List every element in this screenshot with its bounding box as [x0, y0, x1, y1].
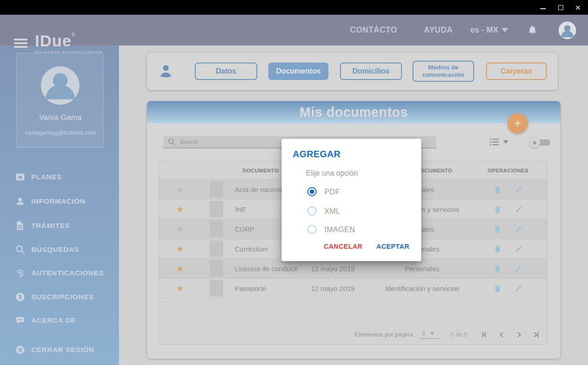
- table-row: Pasaporte 12 mayo 2019 Identificación y …: [159, 279, 547, 298]
- sidebar-item-busquedas[interactable]: BÚSQUEDAS: [15, 244, 79, 256]
- sidebar-item-label: BÚSQUEDAS: [31, 245, 79, 254]
- previous-page-icon[interactable]: [498, 331, 506, 339]
- sidebar-item-autenticaciones[interactable]: AUTENTICACIONES: [15, 267, 104, 279]
- delete-icon[interactable]: [493, 284, 502, 293]
- items-per-page-select[interactable]: 6: [419, 330, 440, 339]
- registered-mark: ®: [72, 32, 75, 37]
- option-pdf[interactable]: PDF: [307, 187, 340, 196]
- cancel-button[interactable]: CANCELAR: [324, 243, 363, 250]
- column-header-operaciones: OPERACIONES: [469, 168, 547, 173]
- sidebar-item-tramites[interactable]: TRÁMITES: [15, 220, 70, 232]
- sidebar-item-label: SUSCRIPCIONES: [31, 293, 94, 301]
- star-icon[interactable]: [159, 283, 201, 294]
- document-type: Personales: [375, 265, 469, 273]
- option-imagen[interactable]: IMAGEN: [307, 225, 355, 234]
- user-avatar[interactable]: [559, 22, 576, 39]
- hamburger-menu-icon[interactable]: [14, 39, 28, 50]
- nav-contacto[interactable]: CONTÁCTO: [350, 25, 397, 35]
- sidebar-item-planes[interactable]: PLANES: [15, 171, 62, 183]
- search-icon: [15, 245, 25, 255]
- edit-icon[interactable]: [514, 185, 523, 194]
- edit-icon[interactable]: [514, 205, 523, 214]
- delete-icon[interactable]: [493, 185, 502, 194]
- tab-carpetas[interactable]: Carpetas: [486, 63, 547, 80]
- app-window: ✕ IDue® DILIGENCE AUTHENTICATION CONTÁCT…: [0, 0, 588, 365]
- edit-icon[interactable]: [514, 284, 523, 293]
- profile-card: Vania Gama vaniagamag@hotmail.com: [17, 53, 103, 148]
- last-page-icon[interactable]: [532, 331, 541, 339]
- document-thumbnail: [209, 240, 223, 257]
- sidebar-item-informacion[interactable]: INFORMACIÓN: [15, 195, 85, 207]
- tab-medios-de-comunicacion[interactable]: Medios de comunicación: [413, 61, 474, 82]
- user-icon: [15, 196, 25, 206]
- minimize-icon[interactable]: [539, 4, 547, 11]
- profile-name: Vania Gama: [17, 114, 104, 122]
- delete-icon[interactable]: [493, 244, 502, 254]
- document-name: Licencia de conducir: [235, 265, 311, 273]
- fingerprint-icon: [15, 268, 25, 278]
- document-thumbnail: [209, 280, 223, 297]
- app-logo: IDue® DILIGENCE AUTHENTICATION: [35, 33, 102, 54]
- add-document-button[interactable]: +: [508, 113, 528, 133]
- sidebar-item-label: AUTENTICACIONES: [31, 269, 104, 277]
- star-icon: ★: [529, 137, 540, 148]
- language-selector[interactable]: es - MX: [470, 25, 508, 35]
- star-icon[interactable]: [159, 224, 201, 234]
- sidebar-item-suscripciones[interactable]: $ SUSCRIPCIONES: [15, 291, 94, 303]
- sidebar-item-label: CERRAR SESIÓN: [31, 346, 94, 354]
- person-icon: [159, 64, 173, 79]
- star-icon[interactable]: [159, 204, 201, 215]
- delete-icon[interactable]: [493, 224, 502, 234]
- profile-email: vaniagamag@hotmail.com: [17, 129, 104, 136]
- section-tabs-card: Datos Documentos Domicilios Medios de co…: [147, 53, 558, 90]
- titlebar: ✕: [0, 0, 588, 15]
- sidebar-item-acerca-de[interactable]: ACERCA DE: [15, 314, 76, 326]
- edit-icon[interactable]: [514, 244, 523, 254]
- star-icon[interactable]: [159, 184, 201, 195]
- radio-icon[interactable]: [307, 206, 317, 216]
- chat-icon: [15, 315, 25, 325]
- document-date: 12 mayo 2019: [311, 265, 375, 273]
- accept-button[interactable]: ACEPTAR: [376, 243, 409, 250]
- radio-icon[interactable]: [307, 187, 317, 196]
- nav-ayuda[interactable]: AYUDA: [424, 25, 453, 35]
- sidebar-item-label: ACERCA DE: [31, 316, 76, 325]
- star-icon[interactable]: [159, 263, 201, 274]
- chevron-down-icon: [503, 140, 509, 144]
- svg-text:$: $: [19, 294, 22, 300]
- dialog-title: AGREGAR: [293, 149, 340, 160]
- document-thumbnail: [209, 221, 223, 237]
- sidebar-item-label: INFORMACIÓN: [31, 197, 85, 205]
- logo-subtitle: DILIGENCE AUTHENTICATION: [35, 50, 102, 54]
- delete-icon[interactable]: [493, 205, 502, 214]
- items-per-page-label: Elementos por página: [355, 331, 413, 338]
- notifications-bell-icon[interactable]: [527, 25, 537, 36]
- first-page-icon[interactable]: [480, 331, 488, 339]
- edit-icon[interactable]: [514, 264, 523, 274]
- document-thumbnail: [209, 181, 223, 198]
- items-per-page-value: 6: [422, 330, 425, 337]
- radio-icon[interactable]: [307, 225, 317, 234]
- tab-documentos[interactable]: Documentos: [268, 63, 328, 80]
- option-label: IMAGEN: [324, 225, 355, 234]
- close-icon[interactable]: ✕: [574, 4, 582, 11]
- panel-header: Mis documentos: [147, 101, 560, 123]
- star-icon[interactable]: [159, 244, 201, 254]
- sidebar-item-cerrar-sesion[interactable]: CERRAR SESIÓN: [15, 344, 94, 356]
- panel-title: Mis documentos: [147, 101, 560, 123]
- pagination: Elementos por página 6 5 de 5: [355, 330, 541, 339]
- tab-datos[interactable]: Datos: [195, 63, 257, 80]
- document-type: Identificación y servicios: [375, 285, 469, 292]
- search-icon: [168, 138, 175, 146]
- next-page-icon[interactable]: [515, 331, 523, 339]
- option-xml[interactable]: XML: [307, 206, 340, 216]
- edit-icon[interactable]: [514, 224, 523, 234]
- logo-text: IDue: [35, 32, 72, 50]
- sidebar-item-label: PLANES: [31, 173, 62, 181]
- dialog-subtitle: Elije una opción: [306, 169, 358, 177]
- delete-icon[interactable]: [493, 264, 502, 274]
- maximize-icon[interactable]: [557, 4, 564, 11]
- favorites-filter-toggle[interactable]: ★: [529, 137, 551, 148]
- tab-domicilios[interactable]: Domicilios: [340, 63, 402, 80]
- view-mode-selector[interactable]: [489, 138, 509, 146]
